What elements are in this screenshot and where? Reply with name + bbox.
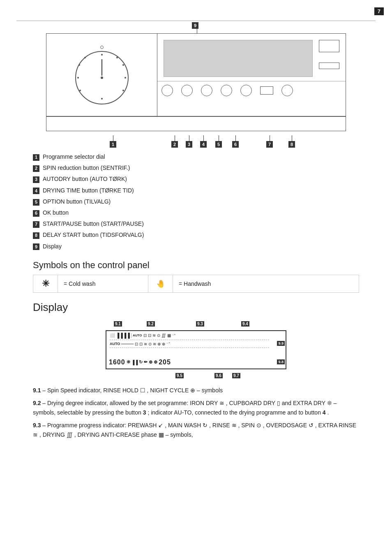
symbol-row-1: ✳ = Cold wash 🤚 = Handwash <box>33 275 359 292</box>
list-item-5: 5 OPTION button (TILVALG) <box>33 197 359 207</box>
list-badge-2: 2 <box>33 165 39 172</box>
badge-6: 6 <box>232 141 239 148</box>
connector-line-9 <box>197 26 197 33</box>
list-text-6: OK button <box>43 208 69 218</box>
btn-ok <box>240 85 252 96</box>
display-bottom-row: 1600 ❊ ▐▐ ↻ ✏ ⊕ ⊕ 205 <box>109 359 269 366</box>
machine-bottom <box>46 116 346 131</box>
list-badge-9: 9 <box>33 243 39 250</box>
list-text-1: Programme selector dial <box>43 152 105 162</box>
numbered-list: 1 Programme selector dial 2 SPIN reducti… <box>33 152 359 252</box>
descriptions: 9.1 – Spin Speed indicator, RINSE HOLD ☐… <box>33 386 359 440</box>
disp-bars2: ▐▐ <box>131 360 138 365</box>
small-rect-2 <box>319 63 339 69</box>
display-screen <box>164 40 313 77</box>
disp-wave: ↻ <box>139 359 143 365</box>
disp-icon-row2-5: ∭ <box>161 333 166 338</box>
dial-needle <box>101 59 102 76</box>
display-box: ⬜ ▐▐▐▐ AUTO ⊡ ⊡ ≋ ⊙ ∭ ▦ ⁻° AUTO ⊡ ⊡ ≊ ⊙ … <box>106 330 286 369</box>
machine-top-row <box>46 34 346 116</box>
sublabel-91: 9.1 <box>114 321 122 327</box>
badge-2: 2 <box>171 141 178 148</box>
disp-icon-row2-2: ⊡ <box>148 333 151 338</box>
top-divider <box>16 21 376 21</box>
list-item-7: 7 START/PAUSE button (START/PAUSE) <box>33 219 359 229</box>
list-item-3: 3 AUTODRY button (AUTO TØRK) <box>33 174 359 184</box>
btn-spin <box>161 85 173 96</box>
dial-section <box>46 34 157 116</box>
disp-icon-bars: ▐▐▐▐ <box>116 333 130 338</box>
desc-91-bold: 9.1 <box>33 387 41 394</box>
btn-startpause <box>260 86 273 95</box>
list-text-7: START/PAUSE button (START/PAUSE) <box>43 219 144 229</box>
small-rect-1 <box>319 40 339 52</box>
disp-mid-4: ⊙ <box>148 342 152 346</box>
list-item-2: 2 SPIN reduction button (SENTRIF.) <box>33 163 359 173</box>
symbol-label-2: = Handwash <box>173 275 359 292</box>
page-number: 7 <box>374 7 384 15</box>
desc-92: 9.2 – Drying degree indicator, allowed b… <box>33 398 359 417</box>
list-text-9: Display <box>43 241 62 252</box>
list-badge-4: 4 <box>33 188 39 194</box>
desc-91: 9.1 – Spin Speed indicator, RINSE HOLD ☐… <box>33 386 359 395</box>
disp-mid-7: ⊕ <box>162 342 165 346</box>
sublabel-95: 9.5 <box>175 372 184 378</box>
disp-icon-row2-3: ≋ <box>152 333 156 338</box>
list-item-4: 4 DRYING TIME button (TØRKE TID) <box>33 185 359 196</box>
dial-center <box>101 76 103 79</box>
disp-mid-5: ≋ <box>153 342 156 346</box>
list-badge-3: 3 <box>33 176 39 183</box>
btn-delay <box>281 85 293 96</box>
badge-5: 5 <box>215 141 222 148</box>
machine-diagram <box>46 33 346 131</box>
btn-drytime <box>201 85 212 96</box>
list-item-9: 9 Display <box>33 241 359 252</box>
display-diagram-container: 9.1 9.2 9.3 9.4 ⬜ ▐▐▐▐ AUTO ⊡ ⊡ ≋ ⊙ ∭ ▦ <box>16 318 376 378</box>
sublabel-96: 9.6 <box>214 372 223 378</box>
badge-7: 7 <box>266 141 273 148</box>
display-section <box>157 34 346 116</box>
disp-num2: 205 <box>159 359 171 366</box>
btn-option <box>221 85 232 96</box>
sublabel-99: 9.9 <box>277 339 285 346</box>
disp-mid-2: ⊡ <box>139 342 143 346</box>
badge-3: 3 <box>186 141 192 148</box>
disp-mid-8: ⁻° <box>166 342 170 346</box>
sublabel-94: 9.4 <box>241 321 249 327</box>
list-badge-8: 8 <box>33 232 39 239</box>
disp-mid-6: ⊕ <box>157 342 161 346</box>
small-circle-above <box>100 46 104 49</box>
badge-9: 9 <box>192 22 198 29</box>
disp-mid-1: ⊡ <box>135 342 138 346</box>
list-badge-6: 6 <box>33 210 39 217</box>
btn-autodry <box>181 85 193 96</box>
desc-93: 9.3 – Programme progress indicator: PREW… <box>33 421 359 440</box>
disp-auto2: AUTO <box>110 342 120 346</box>
list-item-8: 8 DELAY START button (TIDSFORVALG) <box>33 230 359 240</box>
disp-circ2: ⊕ <box>154 359 157 365</box>
disp-icon-row2-1: ⊡ <box>143 333 147 338</box>
buttons-row <box>157 81 346 100</box>
number-labels-row: 1 2 3 4 5 6 7 8 <box>46 135 346 148</box>
disp-icon-drum: ⬜ <box>110 333 115 338</box>
sublabel-97: 9.7 <box>232 372 240 378</box>
list-badge-5: 5 <box>33 199 39 206</box>
desc-93-text: – Programme progress indicator: PREWASH … <box>33 422 356 438</box>
desc-93-bold: 9.3 <box>33 422 41 429</box>
symbols-section-title: Symbols on the control panel <box>33 260 359 271</box>
list-text-3: AUTODRY button (AUTO TØRK) <box>43 174 127 184</box>
list-text-8: DELAY START button (TIDSFORVALG) <box>43 230 144 240</box>
symbols-table: ✳ = Cold wash 🤚 = Handwash <box>33 275 359 293</box>
symbol-label-1: = Cold wash <box>58 275 148 292</box>
disp-circ1: ⊕ <box>149 359 152 365</box>
desc-92-text: – Drying degree indicator, allowed by th… <box>33 400 337 416</box>
list-item-1: 1 Programme selector dial <box>33 152 359 162</box>
disp-mid-3: ≊ <box>144 342 147 346</box>
disp-icon-row2-4: ⊙ <box>157 333 160 338</box>
desc-91-text: – Spin Speed indicator, RINSE HOLD ☐ , N… <box>42 387 223 394</box>
list-item-6: 6 OK button <box>33 208 359 218</box>
dial-circle <box>75 51 129 104</box>
label-9-badge: 9 <box>192 22 198 29</box>
desc-92-bold: 9.2 <box>33 400 41 406</box>
list-text-5: OPTION button (TILVALG) <box>43 197 111 207</box>
